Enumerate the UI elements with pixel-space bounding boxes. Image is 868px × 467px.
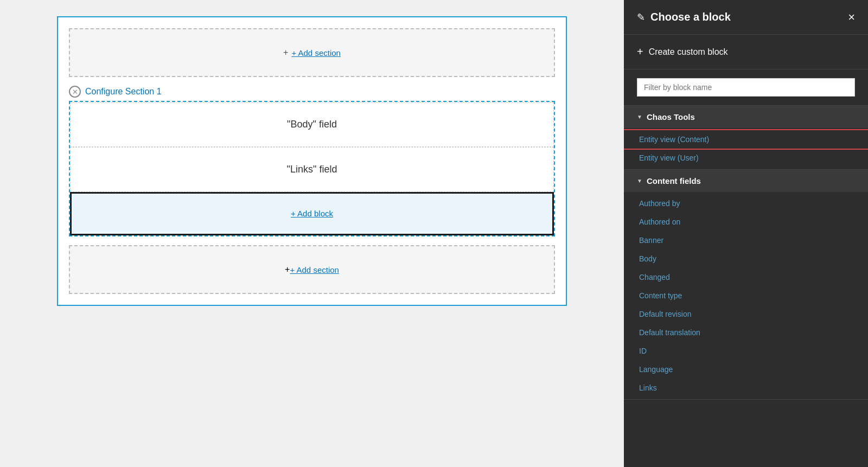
default-revision-item[interactable]: Default revision [624, 305, 868, 323]
configure-section-link[interactable]: Configure Section 1 [85, 87, 162, 97]
body-field-block: "Body" field [70, 102, 554, 147]
content-fields-label: Content fields [647, 176, 701, 185]
default-translation-item[interactable]: Default translation [624, 323, 868, 342]
add-block-area[interactable]: + Add block [70, 192, 554, 235]
add-section-top[interactable]: + + Add section [69, 28, 555, 77]
links-field-block: "Links" field [70, 147, 554, 192]
triangle-icon: ▼ [637, 114, 642, 120]
filter-area [624, 69, 868, 106]
add-section-top-link[interactable]: + Add section [291, 48, 340, 57]
plus-icon-bottom: + [285, 265, 290, 274]
sidebar-title: Choose a block [650, 11, 731, 23]
main-content-area: + + Add section ✕ Configure Section 1 "B… [0, 0, 624, 467]
section-1-header: ✕ Configure Section 1 [69, 86, 555, 98]
body-field-label: "Body" field [287, 119, 337, 130]
wand-icon: ✎ [637, 11, 645, 23]
close-sidebar-button[interactable]: × [848, 11, 855, 23]
entity-view-user-label: Entity view (User) [639, 153, 699, 162]
filter-input[interactable] [637, 78, 855, 97]
chaos-tools-group-header[interactable]: ▼ Chaos Tools [624, 106, 868, 128]
create-custom-plus-icon: + [637, 46, 643, 58]
chaos-tools-label: Chaos Tools [647, 112, 695, 121]
changed-item[interactable]: Changed [624, 268, 868, 286]
add-block-link[interactable]: + Add block [291, 209, 333, 218]
body-item[interactable]: Body [624, 250, 868, 268]
content-fields-list: Authored by Authored on Banner Body Chan… [624, 192, 868, 399]
language-item[interactable]: Language [624, 360, 868, 379]
section-1-content: "Body" field "Links" field + Add block [69, 101, 555, 236]
triangle-icon-2: ▼ [637, 178, 642, 184]
sidebar-header: ✎ Choose a block × [624, 0, 868, 35]
content-type-item[interactable]: Content type [624, 286, 868, 305]
create-custom-block-label: Create custom block [649, 47, 728, 57]
links-item[interactable]: Links [624, 379, 868, 397]
banner-item[interactable]: Banner [624, 231, 868, 250]
section-close-button[interactable]: ✕ [69, 86, 81, 98]
sidebar-header-left: ✎ Choose a block [637, 11, 731, 23]
entity-view-content-label: Entity view (Content) [639, 135, 709, 144]
entity-view-user-item[interactable]: Entity view (User) [624, 149, 868, 167]
chaos-tools-items: Entity view (Content) Entity view (User) [624, 128, 868, 169]
authored-on-item[interactable]: Authored on [624, 213, 868, 231]
layout-canvas: + + Add section ✕ Configure Section 1 "B… [57, 16, 567, 306]
add-section-bottom-link[interactable]: + Add section [290, 265, 339, 274]
id-item[interactable]: ID [624, 342, 868, 360]
entity-view-content-item[interactable]: Entity view (Content) [624, 130, 868, 149]
content-fields-group: ▼ Content fields Authored by Authored on… [624, 170, 868, 400]
create-custom-block-row[interactable]: + Create custom block [624, 35, 868, 69]
links-field-label: "Links" field [287, 164, 337, 175]
authored-by-item[interactable]: Authored by [624, 194, 868, 213]
content-fields-group-header[interactable]: ▼ Content fields [624, 170, 868, 192]
add-section-bottom[interactable]: + + Add section [69, 245, 555, 294]
sidebar: ✎ Choose a block × + Create custom block… [624, 0, 868, 467]
plus-icon: + [283, 48, 288, 57]
chaos-tools-group: ▼ Chaos Tools Entity view (Content) Enti… [624, 106, 868, 170]
